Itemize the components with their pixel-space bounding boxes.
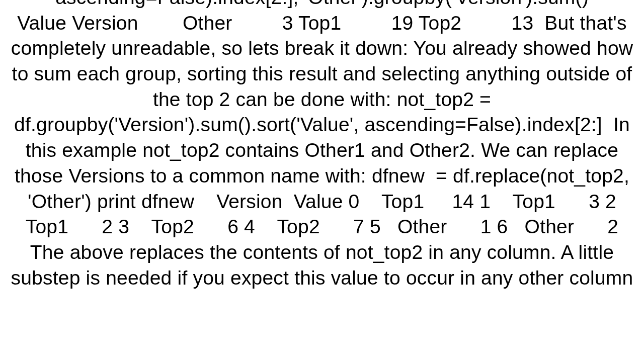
body-text: ascending=False).index[2:], 'Other').gro…: [8, 0, 636, 291]
page: ascending=False).index[2:], 'Other').gro…: [0, 0, 644, 362]
